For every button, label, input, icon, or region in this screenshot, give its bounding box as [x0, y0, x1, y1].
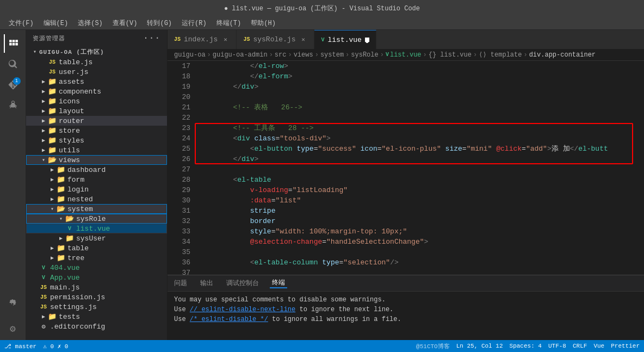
gear-icon: ⚙: [39, 322, 48, 331]
tab-index-js[interactable]: JS index.js ✕: [168, 30, 237, 49]
status-position[interactable]: Ln 25, Col 12: [456, 343, 503, 349]
sidebar-item-settings-js[interactable]: JS settings.js: [26, 302, 167, 312]
status-branch[interactable]: ⎇ master: [4, 343, 36, 350]
tab-sysrole-js[interactable]: JS sysRole.js ✕: [237, 30, 314, 49]
tree-label: tests: [59, 313, 80, 321]
code-line: <el-table: [195, 175, 644, 185]
sidebar-item-editorconfig[interactable]: ⚙ .editorconfig: [26, 322, 167, 331]
breadcrumb: guigu-oa › guigu-oa-admin › src › views …: [168, 49, 644, 61]
activity-icon-explorer[interactable]: [4, 34, 22, 53]
status-encoding[interactable]: UTF-8: [548, 343, 566, 349]
code-line: [195, 92, 644, 102]
breadcrumb-item[interactable]: guigu-oa-admin: [213, 51, 268, 59]
status-errors[interactable]: ⚠ 0 ✗ 0: [43, 343, 68, 350]
activity-icon-search[interactable]: [4, 55, 22, 73]
folder-icon: 📁: [48, 136, 57, 145]
tab-list-vue[interactable]: V list.vue ●: [314, 30, 376, 49]
tab-close-icon[interactable]: ✕: [221, 35, 230, 44]
terminal-tab-debug[interactable]: 调试控制台: [224, 279, 261, 288]
sidebar-item-dashboard[interactable]: ▶ 📁 dashboard: [26, 165, 167, 175]
sidebar-item-styles[interactable]: ▶ 📁 styles: [26, 135, 167, 145]
code-content[interactable]: </el-row> </el-form> </div> <!-- 表格 26--…: [195, 61, 644, 275]
tree-root[interactable]: ▾ GUIGU-OA (工作区): [26, 46, 167, 57]
sidebar-item-sysuser[interactable]: ▶ 📁 sysUser: [26, 233, 167, 243]
sidebar-item-list-vue[interactable]: V list.vue: [26, 224, 167, 233]
breadcrumb-item-template[interactable]: ⟨⟩ template: [479, 51, 522, 59]
sidebar-item-components[interactable]: ▶ 📁 components: [26, 87, 167, 96]
sidebar-item-user-js[interactable]: JS user.js: [26, 67, 167, 77]
line-num: 34: [172, 237, 190, 247]
folder-icon: 📁: [57, 195, 65, 203]
line-num: 18: [172, 71, 190, 82]
sidebar-item-tests[interactable]: ▶ 📁 tests: [26, 312, 167, 322]
sidebar-item-views[interactable]: ▾ 📂 views: [26, 155, 167, 165]
tab-close-icon[interactable]: ✕: [299, 35, 307, 44]
menu-item-edit[interactable]: 编辑(E): [39, 17, 73, 29]
sidebar-more-icon[interactable]: ···: [143, 33, 160, 43]
breadcrumb-sep: ›: [473, 51, 477, 59]
menu-item-run[interactable]: 运行(R): [177, 17, 211, 29]
activity-icon-settings[interactable]: ⚙: [4, 319, 22, 338]
breadcrumb-item[interactable]: system: [320, 51, 344, 59]
status-formatter[interactable]: Prettier: [611, 343, 640, 349]
folder-arrow: ▶: [48, 185, 57, 194]
menu-bar: 文件(F) 编辑(E) 选择(S) 查看(V) 转到(G) 运行(R) 终端(T…: [0, 16, 644, 30]
folder-icon: 📁: [57, 185, 65, 194]
folder-arrow: ▶: [48, 165, 57, 174]
terminal-content[interactable]: You may use special comments to disable …: [168, 292, 644, 340]
sidebar-item-table[interactable]: ▶ 📁 table: [26, 243, 167, 253]
folder-icon: 📁: [48, 126, 57, 135]
sidebar-item-sysrole[interactable]: ▾ 📂 sysRole: [26, 214, 167, 224]
activity-icon-debug[interactable]: [4, 96, 22, 115]
sidebar-item-assets[interactable]: ▶ 📁 assets: [26, 77, 167, 87]
sidebar-tree: ▾ GUIGU-OA (工作区) JS table.js JS user.js …: [26, 46, 167, 340]
breadcrumb-item-div[interactable]: div.app-container: [529, 51, 596, 59]
terminal-tab-problems[interactable]: 问题: [172, 279, 189, 288]
breadcrumb-item[interactable]: guigu-oa: [174, 51, 206, 59]
menu-item-view[interactable]: 查看(V): [108, 17, 142, 29]
tree-label: .editorconfig: [50, 323, 105, 331]
menu-item-goto[interactable]: 转到(G): [143, 17, 176, 29]
folder-icon: 📁: [57, 244, 65, 252]
sidebar-item-table-js[interactable]: JS table.js: [26, 57, 167, 67]
code-line: :data="list": [195, 195, 644, 206]
sidebar-item-layout[interactable]: ▶ 📁 layout: [26, 106, 167, 116]
line-num: 26: [172, 154, 190, 164]
folder-icon: 📁: [65, 234, 74, 243]
terminal-tab-output[interactable]: 输出: [198, 279, 215, 288]
sidebar-item-login[interactable]: ▶ 📁 login: [26, 184, 167, 194]
code-line: <div class="tools-div">: [195, 133, 644, 144]
activity-icon-git[interactable]: 1: [4, 76, 22, 94]
status-eol[interactable]: CRLF: [573, 343, 587, 349]
sidebar: 资源管理器 ··· ▾ GUIGU-OA (工作区) JS table.js J…: [26, 30, 168, 340]
sidebar-item-main-js[interactable]: JS main.js: [26, 282, 167, 292]
status-language[interactable]: Vue: [593, 343, 604, 349]
sidebar-item-permission-js[interactable]: JS permission.js: [26, 292, 167, 302]
breadcrumb-item[interactable]: src: [275, 51, 287, 59]
sidebar-item-404-vue[interactable]: V 404.vue: [26, 263, 167, 273]
breadcrumb-item[interactable]: sysRole: [351, 51, 378, 59]
menu-item-file[interactable]: 文件(F): [4, 17, 38, 29]
terminal-tab-terminal[interactable]: 终端: [270, 278, 287, 288]
sidebar-item-icons[interactable]: ▶ 📁 icons: [26, 96, 167, 106]
breadcrumb-item[interactable]: {} list.vue: [429, 51, 472, 59]
sidebar-item-nested[interactable]: ▶ 📁 nested: [26, 194, 167, 204]
sidebar-item-app-vue[interactable]: V App.vue: [26, 273, 167, 282]
sidebar-item-utils[interactable]: ▶ 📁 utils: [26, 145, 167, 155]
sidebar-item-router[interactable]: ▶ 📁 router: [26, 116, 167, 126]
tree-label: components: [59, 88, 101, 96]
menu-item-terminal[interactable]: 终端(T): [212, 17, 246, 29]
folder-arrow: ▶: [39, 107, 48, 115]
sidebar-item-system[interactable]: ▾ 📂 system: [26, 204, 167, 214]
line-num: 23: [172, 123, 190, 133]
sidebar-item-store[interactable]: ▶ 📁 store: [26, 126, 167, 135]
breadcrumb-item-vue[interactable]: V list.vue: [386, 51, 422, 59]
menu-item-help[interactable]: 帮助(H): [246, 17, 280, 29]
menu-item-select[interactable]: 选择(S): [73, 17, 107, 29]
activity-icon-extensions[interactable]: [4, 294, 22, 313]
sidebar-item-tree[interactable]: ▶ 📁 tree: [26, 253, 167, 263]
status-spaces[interactable]: Spaces: 4: [510, 343, 542, 349]
breadcrumb-item[interactable]: views: [294, 51, 313, 59]
sidebar-item-form[interactable]: ▶ 📁 form: [26, 175, 167, 184]
folder-icon: 📂: [65, 214, 74, 223]
